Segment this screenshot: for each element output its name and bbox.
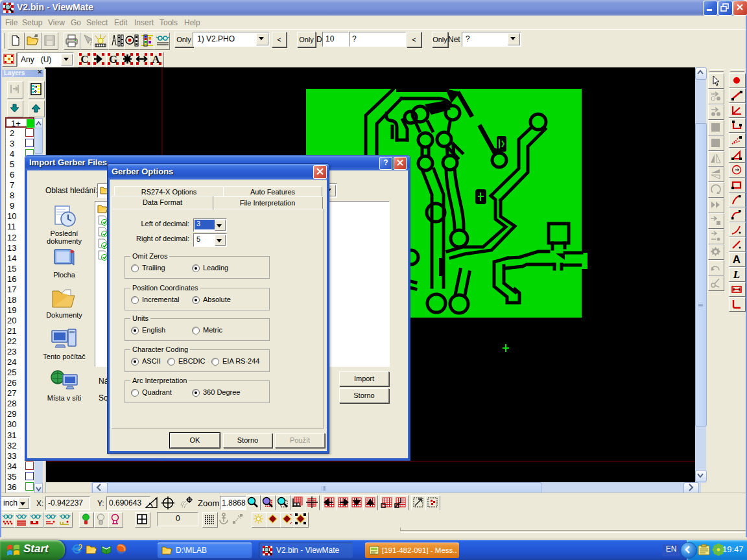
svg-text:A: A xyxy=(733,253,741,266)
svg-text:C: C xyxy=(80,53,88,65)
svg-text:G: G xyxy=(109,53,117,65)
svg-text:A: A xyxy=(152,53,160,65)
svg-text:L: L xyxy=(733,268,740,281)
